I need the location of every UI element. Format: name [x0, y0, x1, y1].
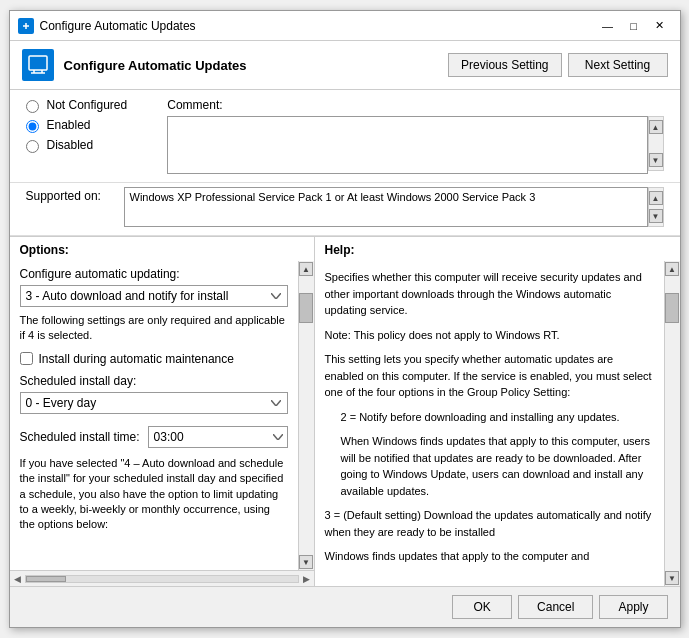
header-bar: Configure Automatic Updates Previous Set… — [10, 41, 680, 90]
svg-rect-1 — [29, 56, 47, 70]
help-para-5: When Windows finds updates that apply to… — [341, 433, 654, 499]
left-hscroll-track — [25, 575, 299, 583]
supported-scroll-down[interactable]: ▼ — [649, 209, 663, 223]
applicable-info-text: The following settings are only required… — [20, 313, 288, 344]
left-scroll-area: Configure automatic updating: 2 - Notify… — [10, 261, 314, 570]
comment-scroll-up[interactable]: ▲ — [649, 120, 663, 134]
supported-scroll-up[interactable]: ▲ — [649, 191, 663, 205]
window-title: Configure Automatic Updates — [40, 19, 196, 33]
ok-button[interactable]: OK — [452, 595, 512, 619]
configure-dropdown[interactable]: 2 - Notify for download and notify for i… — [20, 285, 288, 307]
help-para-3: This setting lets you specify whether au… — [325, 351, 654, 401]
left-hscroll-right[interactable]: ▶ — [301, 574, 312, 584]
comment-scrollbar: ▲ ▼ — [648, 116, 664, 171]
scheduled-time-label: Scheduled install time: — [20, 430, 140, 444]
radio-group: Not Configured Enabled Disabled — [26, 98, 128, 174]
left-scroll-up[interactable]: ▲ — [299, 262, 313, 276]
apply-button[interactable]: Apply — [599, 595, 667, 619]
maximize-button[interactable]: □ — [622, 15, 646, 37]
minimize-button[interactable]: — — [596, 15, 620, 37]
radio-disabled-label: Disabled — [47, 138, 94, 152]
help-para-7: Windows finds updates that apply to the … — [325, 548, 654, 565]
left-hscroll-thumb[interactable] — [26, 576, 66, 582]
help-para-6: 3 = (Default setting) Download the updat… — [325, 507, 654, 540]
scheduled-day-dropdown[interactable]: 0 - Every day 1 - Every Sunday 2 - Every… — [20, 392, 288, 414]
maintenance-checkbox-row: Install during automatic maintenance — [20, 352, 288, 366]
right-scroll-area: Specifies whether this computer will rec… — [315, 261, 680, 586]
configure-dropdown-label: Configure automatic updating: — [20, 267, 288, 281]
two-columns: Options: Configure automatic updating: 2… — [10, 236, 680, 586]
left-horizontal-scrollbar: ◀ ▶ — [10, 570, 314, 586]
supported-text: Windows XP Professional Service Pack 1 o… — [130, 191, 536, 203]
next-setting-button[interactable]: Next Setting — [568, 53, 668, 77]
right-scroll-down[interactable]: ▼ — [665, 571, 679, 585]
header-buttons: Previous Setting Next Setting — [448, 53, 667, 77]
supported-scrollbar: ▲ ▼ — [648, 187, 664, 227]
comment-scroll-down[interactable]: ▼ — [649, 153, 663, 167]
maintenance-checkbox[interactable] — [20, 352, 33, 365]
help-section-header: Help: — [315, 237, 680, 261]
help-para-4: 2 = Notify before downloading and instal… — [341, 409, 654, 426]
right-inner: Specifies whether this computer will rec… — [315, 261, 664, 586]
comment-section: Comment: ▲ ▼ — [167, 98, 663, 174]
header-left: Configure Automatic Updates — [22, 49, 247, 81]
radio-enabled-label: Enabled — [47, 118, 91, 132]
schedule-info-text: If you have selected "4 – Auto download … — [20, 456, 288, 533]
bottom-bar: OK Cancel Apply — [10, 586, 680, 627]
header-title: Configure Automatic Updates — [64, 58, 247, 73]
scheduled-time-group: Scheduled install time: 00:00 01:00 02:0… — [20, 426, 288, 448]
help-para-2: Note: This policy does not apply to Wind… — [325, 327, 654, 344]
scheduled-time-dropdown[interactable]: 00:00 01:00 02:00 03:00 04:00 — [148, 426, 288, 448]
cancel-button[interactable]: Cancel — [518, 595, 593, 619]
left-inner: Configure automatic updating: 2 - Notify… — [10, 261, 298, 570]
radio-not-configured-label: Not Configured — [47, 98, 128, 112]
left-scrollbar: ▲ ▼ — [298, 261, 314, 570]
title-bar-controls: — □ ✕ — [596, 15, 672, 37]
radio-not-configured[interactable] — [26, 100, 39, 113]
left-panel: Options: Configure automatic updating: 2… — [10, 237, 315, 586]
options-section-header: Options: — [10, 237, 314, 261]
comment-label: Comment: — [167, 98, 663, 112]
window-icon — [18, 18, 34, 34]
close-button[interactable]: ✕ — [648, 15, 672, 37]
prev-setting-button[interactable]: Previous Setting — [448, 53, 561, 77]
radio-enabled-row: Enabled — [26, 118, 128, 133]
scheduled-day-label: Scheduled install day: — [20, 374, 137, 388]
left-hscroll-left[interactable]: ◀ — [12, 574, 23, 584]
radio-disabled-row: Disabled — [26, 138, 128, 153]
right-scroll-up[interactable]: ▲ — [665, 262, 679, 276]
help-para-1: Specifies whether this computer will rec… — [325, 269, 654, 319]
left-scroll-thumb[interactable] — [299, 293, 313, 323]
supported-label: Supported on: — [26, 187, 116, 203]
configure-window: Configure Automatic Updates — □ ✕ Config… — [9, 10, 681, 628]
radio-not-configured-row: Not Configured — [26, 98, 128, 113]
right-scroll-thumb[interactable] — [665, 293, 679, 323]
left-scroll-down[interactable]: ▼ — [299, 555, 313, 569]
comment-input[interactable] — [167, 116, 647, 174]
scheduled-day-group: Scheduled install day: — [20, 374, 288, 388]
right-scrollbar: ▲ ▼ — [664, 261, 680, 586]
supported-box: Windows XP Professional Service Pack 1 o… — [124, 187, 648, 227]
header-icon — [22, 49, 54, 81]
radio-enabled[interactable] — [26, 120, 39, 133]
supported-row: Supported on: Windows XP Professional Se… — [10, 183, 680, 236]
title-bar: Configure Automatic Updates — □ ✕ — [10, 11, 680, 41]
title-bar-left: Configure Automatic Updates — [18, 18, 196, 34]
radio-disabled[interactable] — [26, 140, 39, 153]
maintenance-checkbox-label: Install during automatic maintenance — [39, 352, 234, 366]
right-panel: Help: Specifies whether this computer wi… — [315, 237, 680, 586]
